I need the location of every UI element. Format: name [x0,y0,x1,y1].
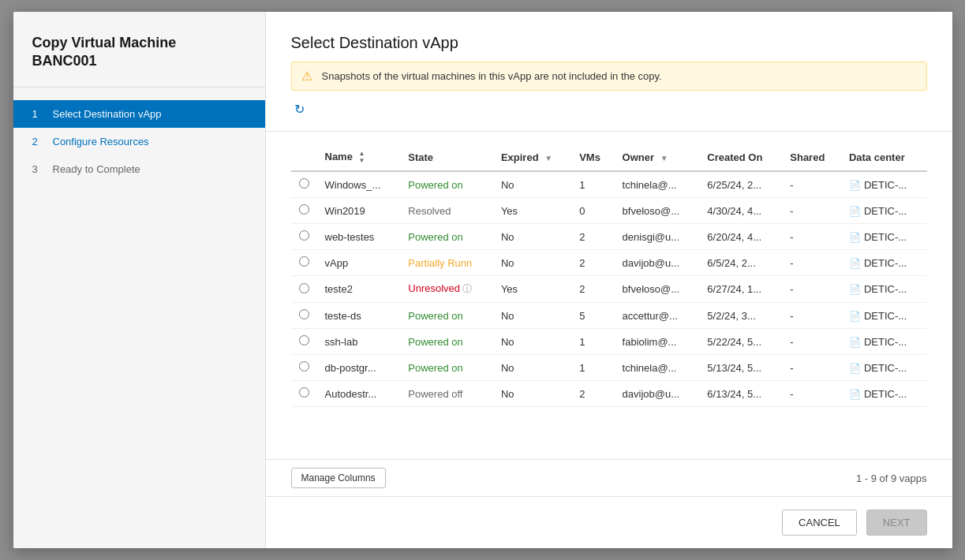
cell-expired: No [493,250,571,276]
radio-cell[interactable] [291,171,317,198]
table-row[interactable]: ssh-lab Powered on No 1 fabiolim@... 5/2… [291,329,927,355]
info-icon: ⓘ [462,283,472,294]
cell-shared: - [782,381,841,407]
cell-vms: 2 [571,276,614,303]
radio-cell[interactable] [291,276,317,303]
datacenter-icon: 📄 [849,180,861,191]
vapp-radio-0[interactable] [299,178,309,189]
cell-expired: No [493,355,571,381]
cell-created-on: 5/13/24, 5... [699,355,782,381]
cell-created-on: 6/13/24, 5... [699,381,782,407]
cell-data-center: 📄DETIC-... [841,276,927,303]
radio-cell[interactable] [291,329,317,355]
refresh-button[interactable]: ↻ [291,100,308,118]
table-container: Name ▲▼ State Expired ▼ [266,132,952,459]
vapp-radio-7[interactable] [299,361,309,371]
datacenter-icon: 📄 [849,284,861,295]
datacenter-icon: 📄 [849,206,861,217]
modal-overlay: Copy Virtual Machine BANC001 1 Select De… [0,0,965,560]
step-2-label: Configure Resources [53,136,149,147]
step-3: 3 Ready to Complete [13,155,265,183]
datacenter-icon: 📄 [849,363,861,374]
cell-expired: Yes [493,276,571,303]
warning-text: Snapshots of the virtual machines in thi… [322,70,662,82]
vapp-radio-1[interactable] [299,204,309,215]
cell-state: Resolved [400,198,493,224]
cell-owner: davijob@u... [615,381,700,407]
cell-state: Powered on [400,224,493,250]
vapp-radio-6[interactable] [299,335,309,345]
datacenter-icon: 📄 [849,337,861,348]
cell-owner: fabiolim@... [615,329,700,355]
radio-cell[interactable] [291,224,317,250]
vapp-radio-2[interactable] [299,230,309,241]
table-row[interactable]: teste2 Unresolvedⓘ Yes 2 bfveloso@... 6/… [291,276,927,303]
table-row[interactable]: web-testes Powered on No 2 denisgi@u... … [291,224,927,250]
step-1-label: Select Destination vApp [53,108,162,120]
th-vms: VMs [571,144,614,171]
cell-vms: 1 [571,329,614,355]
radio-cell[interactable] [291,355,317,381]
th-expired: Expired ▼ [493,144,571,171]
cell-expired: No [493,303,571,329]
next-button[interactable]: NEXT [866,510,927,536]
cell-expired: Yes [493,198,571,224]
step-2[interactable]: 2 Configure Resources [13,128,265,155]
cell-name: teste-ds [317,303,401,329]
table-row[interactable]: db-postgr... Powered on No 1 tchinela@..… [291,355,927,381]
vapp-radio-8[interactable] [299,387,309,398]
cell-shared: - [782,355,841,381]
cell-state: Powered on [400,329,493,355]
cell-shared: - [782,171,841,198]
table-row[interactable]: Win2019 Resolved Yes 0 bfveloso@... 4/30… [291,198,927,224]
radio-cell[interactable] [291,250,317,276]
sidebar-steps: 1 Select Destination vApp 2 Configure Re… [13,88,265,196]
warning-icon: ⚠ [301,69,316,84]
cancel-button[interactable]: CANCEL [782,510,857,536]
cell-owner: tchinela@... [615,355,700,381]
cell-name: Windows_... [317,171,401,198]
radio-cell[interactable] [291,303,317,329]
cell-name: Autodestr... [317,381,401,407]
vapp-radio-5[interactable] [299,309,309,319]
cell-expired: No [493,381,571,407]
cell-created-on: 6/5/24, 2... [699,250,782,276]
cell-data-center: 📄DETIC-... [841,381,927,407]
cell-data-center: 📄DETIC-... [841,171,927,198]
cell-data-center: 📄DETIC-... [841,303,927,329]
cell-shared: - [782,276,841,303]
modal-footer: CANCEL NEXT [266,496,952,548]
expired-filter-icon[interactable]: ▼ [544,154,552,162]
datacenter-icon: 📄 [849,258,861,269]
cell-state: Partially Runn [400,250,493,276]
cell-created-on: 6/25/24, 2... [699,171,782,198]
th-shared: Shared [782,144,841,171]
owner-filter-icon[interactable]: ▼ [660,154,668,162]
datacenter-icon: 📄 [849,232,861,243]
cell-owner: bfveloso@... [615,276,700,303]
table-row[interactable]: Windows_... Powered on No 1 tchinela@...… [291,171,927,198]
cell-owner: tchinela@... [615,171,700,198]
cell-owner: davijob@u... [615,250,700,276]
cell-name: ssh-lab [317,329,401,355]
table-row[interactable]: teste-ds Powered on No 5 accettur@... 5/… [291,303,927,329]
manage-columns-button[interactable]: Manage Columns [291,468,386,488]
cell-data-center: 📄DETIC-... [841,250,927,276]
table-row[interactable]: vApp Partially Runn No 2 davijob@u... 6/… [291,250,927,276]
radio-cell[interactable] [291,198,317,224]
radio-cell[interactable] [291,381,317,407]
cell-created-on: 5/2/24, 3... [699,303,782,329]
cell-vms: 0 [571,198,614,224]
th-name[interactable]: Name ▲▼ [317,144,401,171]
table-body: Windows_... Powered on No 1 tchinela@...… [291,171,927,407]
vapp-radio-3[interactable] [299,256,309,267]
pagination-info: 1 - 9 of 9 vapps [856,472,927,484]
cell-state: Powered on [400,355,493,381]
cell-owner: accettur@... [615,303,700,329]
sidebar: Copy Virtual Machine BANC001 1 Select De… [13,12,266,548]
vapp-radio-4[interactable] [299,283,309,293]
th-select [291,144,317,171]
th-owner: Owner ▼ [615,144,700,171]
step-1[interactable]: 1 Select Destination vApp [13,100,265,128]
table-row[interactable]: Autodestr... Powered off No 2 davijob@u.… [291,381,927,407]
